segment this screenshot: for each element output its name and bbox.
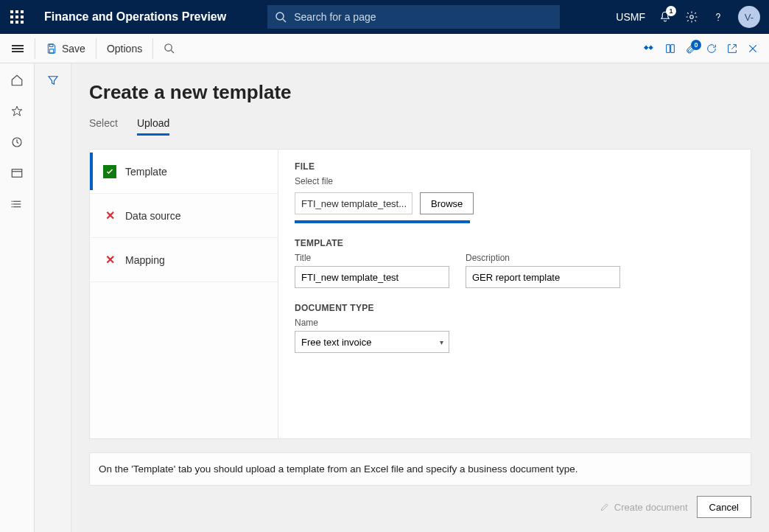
svg-point-3 <box>717 20 719 21</box>
attachments-button[interactable]: 0 <box>685 43 697 55</box>
title-label: Title <box>295 253 449 263</box>
question-icon <box>712 10 725 24</box>
modules-nav[interactable] <box>10 197 24 214</box>
svg-point-17 <box>12 203 13 205</box>
description-label: Description <box>466 253 620 263</box>
hint-text: On the 'Template' tab you should upload … <box>89 452 751 486</box>
template-section-header: TEMPLATE <box>295 238 734 248</box>
global-search[interactable]: Search for a page <box>267 5 560 29</box>
svg-point-18 <box>12 206 13 208</box>
svg-line-1 <box>283 19 286 22</box>
popout-button[interactable] <box>726 43 738 55</box>
hamburger-icon <box>12 43 24 54</box>
step-mapping-label: Mapping <box>125 254 165 266</box>
home-nav[interactable] <box>10 74 24 90</box>
list-icon <box>10 197 24 211</box>
search-icon <box>275 11 287 23</box>
svg-rect-5 <box>49 49 53 52</box>
svg-rect-11 <box>12 169 22 178</box>
tab-select[interactable]: Select <box>89 117 118 136</box>
step-template[interactable]: Template <box>90 150 278 194</box>
file-section-header: FILE <box>295 161 734 172</box>
page-title: Create a new template <box>89 81 751 104</box>
workspace-icon <box>10 167 24 180</box>
star-icon <box>10 105 24 118</box>
page-options-button[interactable] <box>664 43 676 55</box>
options-label: Options <box>107 43 142 55</box>
pencil-icon <box>600 502 610 512</box>
waffle-icon <box>10 10 24 24</box>
check-icon <box>103 165 116 178</box>
step-datasource[interactable]: ✕ Data source <box>90 194 278 238</box>
svg-point-6 <box>165 44 172 51</box>
svg-point-2 <box>690 15 694 19</box>
save-label: Save <box>62 43 85 55</box>
close-icon <box>747 43 759 55</box>
svg-point-0 <box>276 13 284 20</box>
step-datasource-label: Data source <box>125 210 180 222</box>
save-icon <box>46 43 57 55</box>
step-mapping[interactable]: ✕ Mapping <box>90 238 278 282</box>
refresh-button[interactable] <box>706 43 717 55</box>
title-input[interactable] <box>295 266 449 288</box>
app-title: Finance and Operations Preview <box>34 10 226 24</box>
search-placeholder: Search for a page <box>294 11 376 23</box>
options-button[interactable]: Options <box>96 43 152 55</box>
cancel-button[interactable]: Cancel <box>697 496 751 518</box>
home-icon <box>10 74 24 87</box>
tab-upload[interactable]: Upload <box>137 117 169 136</box>
doctype-select[interactable] <box>295 331 449 353</box>
description-input[interactable] <box>466 266 620 288</box>
create-document-button[interactable]: Create document <box>600 502 688 513</box>
toolbar-search-button[interactable] <box>153 43 185 54</box>
close-button[interactable] <box>747 43 759 55</box>
company-picker[interactable]: USMF <box>616 11 645 23</box>
upload-progress <box>295 220 470 223</box>
diamond-icon <box>644 43 656 55</box>
nav-toggle[interactable] <box>0 34 35 63</box>
browse-button[interactable]: Browse <box>420 192 474 214</box>
settings-button[interactable] <box>685 10 698 24</box>
attachments-badge: 0 <box>691 40 701 50</box>
select-file-label: Select file <box>295 176 734 186</box>
cross-icon: ✕ <box>103 209 116 223</box>
save-button[interactable]: Save <box>35 43 96 55</box>
user-avatar[interactable]: V- <box>738 6 760 28</box>
filter-button[interactable] <box>46 74 60 532</box>
doctype-name-label: Name <box>295 318 734 328</box>
recent-nav[interactable] <box>10 136 24 152</box>
gear-icon <box>685 10 698 24</box>
svg-rect-4 <box>49 44 53 46</box>
create-document-label: Create document <box>614 502 688 513</box>
notifications-button[interactable]: 1 <box>659 10 672 24</box>
workspaces-nav[interactable] <box>10 167 24 183</box>
clock-icon <box>10 136 24 149</box>
favorites-nav[interactable] <box>10 105 24 121</box>
svg-line-7 <box>171 50 174 53</box>
notifications-badge: 1 <box>666 6 676 16</box>
search-icon <box>164 43 175 54</box>
personalize-button[interactable] <box>644 43 656 55</box>
help-button[interactable] <box>712 10 725 24</box>
book-icon <box>664 43 676 55</box>
step-template-label: Template <box>125 166 167 178</box>
app-launcher[interactable] <box>0 0 34 34</box>
cross-icon: ✕ <box>103 253 116 267</box>
popout-icon <box>726 43 738 55</box>
refresh-icon <box>706 43 717 55</box>
svg-point-16 <box>12 201 13 203</box>
doctype-section-header: DOCUMENT TYPE <box>295 303 734 313</box>
selected-filename: FTI_new template_test... <box>295 192 412 214</box>
filter-icon <box>46 74 60 87</box>
